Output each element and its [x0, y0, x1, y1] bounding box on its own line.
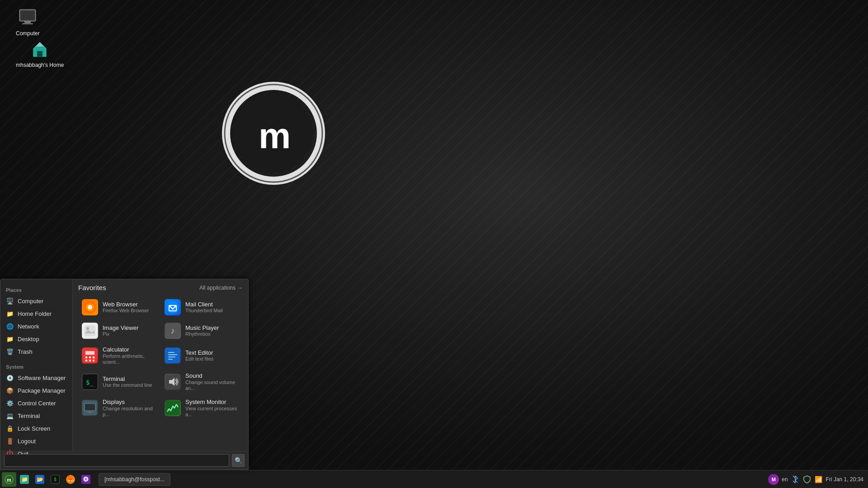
svg-text:m: m: [7, 477, 11, 483]
app-music-player[interactable]: ♪ Music Player Rhythmbox: [161, 319, 243, 342]
clock: Fri Jan 1, 20:34: [826, 476, 863, 483]
places-label: Places: [0, 284, 72, 295]
computer-menu-icon: 🖥️: [6, 297, 14, 305]
svg-text:$_: $_: [86, 379, 94, 386]
svg-rect-39: [87, 412, 93, 413]
svg-rect-21: [85, 357, 87, 358]
svg-rect-23: [93, 357, 94, 358]
pix-icon: [82, 323, 98, 339]
displays-desc: Change resolution and p...: [103, 406, 156, 418]
svg-rect-38: [89, 411, 91, 412]
menu-item-desktop[interactable]: 📁 Desktop: [0, 333, 72, 345]
search-input[interactable]: [4, 454, 229, 467]
taskbar-center: [mhsabbagh@fosspost...: [95, 473, 764, 486]
image-viewer-name: Image Viewer: [103, 324, 138, 332]
control-center-icon: ⚙️: [6, 399, 14, 407]
menu-item-terminal-sys[interactable]: 💻 Terminal: [0, 409, 72, 422]
bluetooth-icon[interactable]: [791, 475, 800, 484]
app-web-browser[interactable]: Web Browser Firefox Web Browser: [78, 296, 160, 319]
menu-item-computer[interactable]: 🖥️ Computer: [0, 295, 72, 307]
taskbar-software[interactable]: 💿: [79, 472, 93, 487]
web-browser-name: Web Browser: [103, 301, 149, 308]
menu-item-trash[interactable]: 🗑️ Trash: [0, 345, 72, 358]
package-manager-icon: 📦: [6, 386, 14, 394]
trash-menu-icon: 🗑️: [6, 347, 14, 356]
app-image-viewer[interactable]: Image Viewer Pix: [78, 319, 160, 342]
menu-item-software-manager[interactable]: 💿 Software Manager: [0, 371, 72, 384]
start-button[interactable]: m: [2, 472, 16, 487]
svg-rect-40: [165, 401, 180, 415]
taskbar-files[interactable]: 📁: [17, 472, 32, 487]
lang-indicator[interactable]: en: [782, 476, 788, 483]
menu-search: 🔍: [0, 451, 248, 469]
svg-rect-15: [85, 325, 95, 336]
firefox-icon: [82, 299, 98, 315]
app-displays[interactable]: Displays Change resolution and p...: [78, 395, 160, 421]
menu-item-lock-screen[interactable]: 🔒 Lock Screen: [0, 422, 72, 435]
desktop: m Computer mhsabbagh's Home: [0, 0, 868, 488]
sound-name: Sound: [185, 372, 239, 380]
app-terminal[interactable]: $_ Terminal Use the command line: [78, 369, 160, 394]
start-menu: Places 🖥️ Computer 📁 Home Folder 🌐 Netwo…: [0, 279, 249, 470]
displays-name: Displays: [103, 399, 156, 406]
svg-rect-22: [89, 357, 91, 358]
home-icon-label: mhsabbagh's Home: [16, 62, 64, 68]
network-menu-icon: 🌐: [6, 322, 14, 330]
svg-rect-6: [24, 21, 31, 23]
logout-icon: 🚪: [6, 437, 14, 445]
taskbar-browser[interactable]: 🦊: [63, 472, 78, 487]
music-player-name: Music Player: [185, 324, 219, 332]
menu-item-package-manager[interactable]: 📦 Package Manager: [0, 384, 72, 397]
app-text-editor[interactable]: Text Editor Edit text files: [161, 343, 243, 368]
sound-desc: Change sound volume an...: [185, 380, 239, 391]
text-editor-icon: [165, 347, 181, 364]
svg-rect-25: [89, 360, 91, 361]
taskbar-right: M en 📶 Fri Jan 1, 20:34: [764, 474, 868, 485]
svg-rect-29: [168, 354, 177, 355]
terminal-name: Terminal: [103, 375, 152, 383]
app-calculator[interactable]: Calculator Perform arithmetic, scient...: [78, 343, 160, 368]
taskbar: m 📁 📂 $ 🦊 💿 [mhsabbagh@fosspost...: [0, 470, 868, 488]
web-browser-desc: Firefox Web Browser: [103, 308, 149, 314]
desktop-icon-home[interactable]: mhsabbagh's Home: [14, 36, 66, 70]
sound-icon: [165, 374, 181, 390]
text-editor-name: Text Editor: [185, 349, 213, 357]
taskbar-left: m 📁 📂 $ 🦊 💿: [0, 472, 95, 487]
menu-item-home-folder[interactable]: 📁 Home Folder: [0, 307, 72, 320]
lock-screen-icon: 🔒: [6, 424, 14, 432]
desktop-icon-computer[interactable]: Computer: [14, 5, 42, 39]
menu-item-logout[interactable]: 🚪 Logout: [0, 435, 72, 447]
app-sound[interactable]: Sound Change sound volume an...: [161, 369, 243, 394]
svg-rect-24: [85, 360, 87, 361]
calculator-desc: Perform arithmetic, scient...: [103, 353, 156, 365]
shield-icon[interactable]: [802, 475, 811, 484]
svg-rect-26: [93, 360, 94, 361]
system-monitor-desc: View current processes a...: [185, 406, 239, 418]
taskbar-window-button[interactable]: [mhsabbagh@fosspost...: [99, 473, 170, 486]
home-folder-icon: [29, 38, 51, 60]
network-tray-icon[interactable]: 📶: [814, 475, 823, 484]
search-button[interactable]: 🔍: [232, 454, 245, 467]
svg-rect-37: [85, 404, 95, 411]
menu-item-control-center[interactable]: ⚙️ Control Center: [0, 397, 72, 409]
taskbar-file-manager[interactable]: 📂: [33, 472, 47, 487]
svg-rect-27: [165, 348, 180, 363]
menu-main: Favorites All applications → Web Browser: [73, 279, 248, 451]
all-apps-link[interactable]: All applications →: [199, 285, 243, 291]
app-mail-client[interactable]: Mail Client Thunderbird Mail: [161, 296, 243, 319]
svg-text:♪: ♪: [171, 326, 175, 335]
svg-rect-31: [168, 359, 173, 360]
taskbar-terminal[interactable]: $: [48, 472, 62, 487]
svg-rect-7: [22, 23, 33, 24]
svg-rect-30: [168, 357, 175, 357]
apps-grid: Web Browser Firefox Web Browser Mail Cli…: [78, 296, 243, 421]
desktop-menu-icon: 📁: [6, 335, 14, 343]
mail-client-name: Mail Client: [185, 301, 223, 308]
app-system-monitor[interactable]: System Monitor View current processes a.…: [161, 395, 243, 421]
rhythmbox-icon: ♪: [165, 323, 181, 339]
svg-rect-5: [20, 10, 35, 20]
user-avatar[interactable]: M: [768, 474, 779, 485]
menu-item-network[interactable]: 🌐 Network: [0, 320, 72, 333]
calculator-name: Calculator: [103, 346, 156, 353]
terminal-desc: Use the command line: [103, 382, 152, 388]
